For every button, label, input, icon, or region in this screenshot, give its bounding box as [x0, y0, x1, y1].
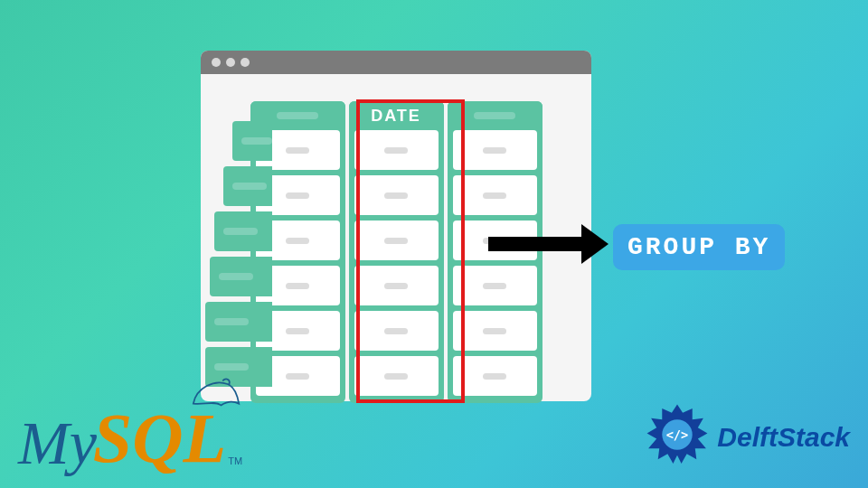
table-cell — [354, 356, 439, 396]
delftstack-logo: </> DelftStack — [643, 403, 850, 472]
date-column-label: DATE — [371, 107, 421, 126]
window-titlebar — [201, 51, 591, 74]
mysql-logo-part1: My — [18, 408, 97, 479]
table-cell — [354, 130, 439, 170]
table-row — [223, 166, 272, 206]
table-cell — [354, 221, 439, 260]
table-cell — [453, 311, 537, 351]
dolphin-icon — [192, 376, 241, 408]
table-cell — [354, 266, 439, 305]
window-dot-icon — [241, 58, 250, 67]
table-row — [210, 257, 272, 296]
table-cell — [453, 356, 537, 396]
column-header — [448, 101, 542, 130]
mysql-logo-part2: SQL — [93, 398, 226, 479]
table-row — [205, 302, 272, 342]
mysql-logo-tm: TM — [228, 455, 242, 466]
window-dot-icon — [226, 58, 235, 67]
delftstack-badge-icon: </> — [643, 403, 712, 472]
table-left-edge — [205, 121, 272, 392]
date-column: DATE — [349, 101, 444, 403]
table-cell — [453, 175, 537, 215]
table-cell — [354, 175, 439, 215]
table-row — [214, 211, 272, 251]
table-column — [448, 101, 542, 403]
mysql-logo: My SQL TM — [18, 398, 242, 479]
table-row — [232, 121, 272, 161]
group-by-label: GROUP BY — [613, 224, 785, 270]
delftstack-text: DelftStack — [717, 422, 850, 453]
app-window: DATE — [201, 51, 591, 401]
table-graphic: DATE — [250, 101, 542, 403]
table-cell — [354, 311, 439, 351]
table-cell — [453, 130, 537, 170]
window-dot-icon — [212, 58, 221, 67]
arrow-icon — [488, 237, 583, 251]
window-body: DATE — [201, 74, 591, 430]
date-column-header: DATE — [349, 101, 444, 130]
svg-text:</>: </> — [666, 427, 689, 442]
table-cell — [453, 266, 537, 305]
